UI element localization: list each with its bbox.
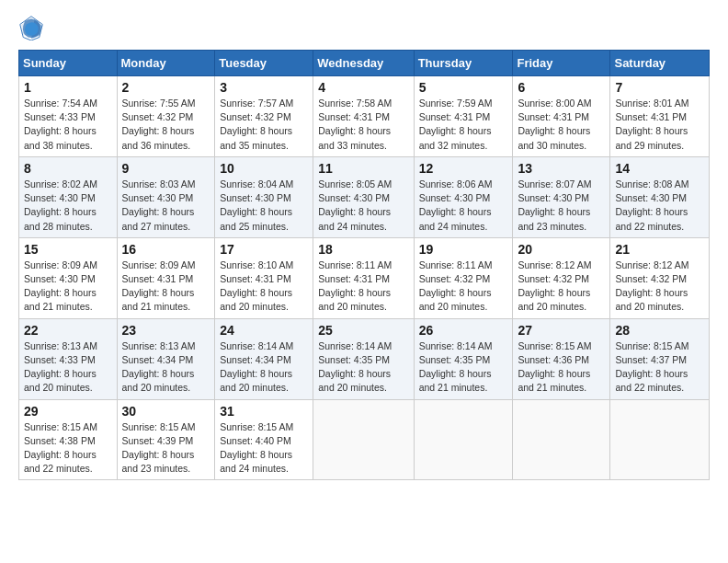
day-number: 17 [220, 242, 308, 257]
calendar-cell [313, 399, 414, 480]
calendar-cell [414, 399, 513, 480]
calendar-cell: 19Sunrise: 8:11 AM Sunset: 4:32 PM Dayli… [414, 237, 513, 318]
day-info: Sunrise: 8:14 AM Sunset: 4:35 PM Dayligh… [318, 339, 408, 396]
day-info: Sunrise: 8:00 AM Sunset: 4:31 PM Dayligh… [518, 97, 605, 153]
calendar-cell: 30Sunrise: 8:15 AM Sunset: 4:39 PM Dayli… [117, 399, 215, 480]
calendar-cell: 13Sunrise: 8:07 AM Sunset: 4:30 PM Dayli… [513, 156, 610, 237]
calendar-week-2: 8Sunrise: 8:02 AM Sunset: 4:30 PM Daylig… [19, 156, 710, 237]
day-info: Sunrise: 8:05 AM Sunset: 4:30 PM Dayligh… [318, 178, 408, 234]
day-info: Sunrise: 7:54 AM Sunset: 4:33 PM Dayligh… [24, 97, 112, 153]
calendar-cell: 27Sunrise: 8:15 AM Sunset: 4:36 PM Dayli… [513, 318, 610, 399]
day-number: 21 [615, 242, 704, 257]
day-info: Sunrise: 8:06 AM Sunset: 4:30 PM Dayligh… [419, 178, 508, 234]
day-number: 19 [419, 242, 508, 257]
day-number: 29 [24, 404, 112, 419]
day-info: Sunrise: 8:15 AM Sunset: 4:40 PM Dayligh… [220, 420, 308, 477]
day-number: 14 [615, 161, 704, 176]
day-info: Sunrise: 8:03 AM Sunset: 4:30 PM Dayligh… [122, 178, 210, 234]
calendar-cell: 21Sunrise: 8:12 AM Sunset: 4:32 PM Dayli… [610, 237, 710, 318]
calendar-cell: 22Sunrise: 8:13 AM Sunset: 4:33 PM Dayli… [19, 318, 118, 399]
day-info: Sunrise: 8:13 AM Sunset: 4:34 PM Dayligh… [122, 339, 210, 396]
day-number: 23 [122, 323, 210, 338]
calendar-week-3: 15Sunrise: 8:09 AM Sunset: 4:30 PM Dayli… [19, 237, 710, 318]
day-info: Sunrise: 8:12 AM Sunset: 4:32 PM Dayligh… [615, 259, 704, 315]
day-number: 30 [122, 404, 210, 419]
day-number: 25 [318, 323, 408, 338]
calendar-cell: 15Sunrise: 8:09 AM Sunset: 4:30 PM Dayli… [19, 237, 118, 318]
day-number: 1 [24, 80, 112, 95]
day-info: Sunrise: 8:15 AM Sunset: 4:38 PM Dayligh… [24, 420, 112, 477]
calendar-week-5: 29Sunrise: 8:15 AM Sunset: 4:38 PM Dayli… [19, 399, 710, 480]
calendar-cell: 8Sunrise: 8:02 AM Sunset: 4:30 PM Daylig… [19, 156, 118, 237]
day-info: Sunrise: 8:14 AM Sunset: 4:35 PM Dayligh… [419, 339, 508, 396]
day-number: 8 [24, 161, 112, 176]
day-number: 12 [419, 161, 508, 176]
day-info: Sunrise: 7:58 AM Sunset: 4:31 PM Dayligh… [318, 97, 408, 153]
calendar-cell: 31Sunrise: 8:15 AM Sunset: 4:40 PM Dayli… [215, 399, 313, 480]
day-number: 3 [220, 80, 308, 95]
day-number: 20 [518, 242, 605, 257]
calendar-cell: 11Sunrise: 8:05 AM Sunset: 4:30 PM Dayli… [313, 156, 414, 237]
day-number: 2 [122, 80, 210, 95]
calendar-cell: 29Sunrise: 8:15 AM Sunset: 4:38 PM Dayli… [19, 399, 118, 480]
day-number: 27 [518, 323, 605, 338]
day-number: 6 [518, 80, 605, 95]
day-info: Sunrise: 8:04 AM Sunset: 4:30 PM Dayligh… [220, 178, 308, 234]
calendar-cell: 4Sunrise: 7:58 AM Sunset: 4:31 PM Daylig… [313, 76, 414, 157]
calendar-cell: 26Sunrise: 8:14 AM Sunset: 4:35 PM Dayli… [414, 318, 513, 399]
day-info: Sunrise: 8:01 AM Sunset: 4:31 PM Dayligh… [615, 97, 704, 153]
calendar-cell: 28Sunrise: 8:15 AM Sunset: 4:37 PM Dayli… [610, 318, 710, 399]
calendar-header-row: SundayMondayTuesdayWednesdayThursdayFrid… [19, 51, 710, 76]
day-number: 16 [122, 242, 210, 257]
calendar-cell: 18Sunrise: 8:11 AM Sunset: 4:31 PM Dayli… [313, 237, 414, 318]
calendar-cell: 24Sunrise: 8:14 AM Sunset: 4:34 PM Dayli… [215, 318, 313, 399]
day-number: 31 [220, 404, 308, 419]
calendar-cell: 25Sunrise: 8:14 AM Sunset: 4:35 PM Dayli… [313, 318, 414, 399]
header-monday: Monday [117, 51, 215, 76]
day-info: Sunrise: 7:55 AM Sunset: 4:32 PM Dayligh… [122, 97, 210, 153]
day-number: 9 [122, 161, 210, 176]
day-info: Sunrise: 8:07 AM Sunset: 4:30 PM Dayligh… [518, 178, 605, 234]
calendar-cell: 16Sunrise: 8:09 AM Sunset: 4:31 PM Dayli… [117, 237, 215, 318]
logo [18, 15, 48, 40]
calendar-week-1: 1Sunrise: 7:54 AM Sunset: 4:33 PM Daylig… [19, 76, 710, 157]
calendar-cell: 20Sunrise: 8:12 AM Sunset: 4:32 PM Dayli… [513, 237, 610, 318]
calendar-cell: 1Sunrise: 7:54 AM Sunset: 4:33 PM Daylig… [19, 76, 118, 157]
logo-icon [18, 15, 44, 40]
day-number: 11 [318, 161, 408, 176]
header-thursday: Thursday [414, 51, 513, 76]
header-tuesday: Tuesday [215, 51, 313, 76]
day-info: Sunrise: 8:11 AM Sunset: 4:31 PM Dayligh… [318, 259, 408, 315]
day-number: 13 [518, 161, 605, 176]
day-info: Sunrise: 8:08 AM Sunset: 4:30 PM Dayligh… [615, 178, 704, 234]
header-wednesday: Wednesday [313, 51, 414, 76]
day-info: Sunrise: 8:15 AM Sunset: 4:39 PM Dayligh… [122, 420, 210, 477]
day-number: 10 [220, 161, 308, 176]
calendar-cell: 9Sunrise: 8:03 AM Sunset: 4:30 PM Daylig… [117, 156, 215, 237]
header-saturday: Saturday [610, 51, 710, 76]
day-info: Sunrise: 8:15 AM Sunset: 4:37 PM Dayligh… [615, 339, 704, 396]
day-info: Sunrise: 8:13 AM Sunset: 4:33 PM Dayligh… [24, 339, 112, 396]
day-number: 4 [318, 80, 408, 95]
day-number: 26 [419, 323, 508, 338]
day-info: Sunrise: 7:59 AM Sunset: 4:31 PM Dayligh… [419, 97, 508, 153]
day-info: Sunrise: 8:09 AM Sunset: 4:30 PM Dayligh… [24, 259, 112, 315]
calendar-cell: 23Sunrise: 8:13 AM Sunset: 4:34 PM Dayli… [117, 318, 215, 399]
header-sunday: Sunday [19, 51, 118, 76]
day-number: 22 [24, 323, 112, 338]
day-info: Sunrise: 8:15 AM Sunset: 4:36 PM Dayligh… [518, 339, 605, 396]
day-info: Sunrise: 8:09 AM Sunset: 4:31 PM Dayligh… [122, 259, 210, 315]
day-info: Sunrise: 7:57 AM Sunset: 4:32 PM Dayligh… [220, 97, 308, 153]
day-number: 18 [318, 242, 408, 257]
day-number: 7 [615, 80, 704, 95]
header-friday: Friday [513, 51, 610, 76]
day-number: 28 [615, 323, 704, 338]
calendar-cell: 17Sunrise: 8:10 AM Sunset: 4:31 PM Dayli… [215, 237, 313, 318]
day-info: Sunrise: 8:12 AM Sunset: 4:32 PM Dayligh… [518, 259, 605, 315]
day-number: 5 [419, 80, 508, 95]
calendar-cell: 6Sunrise: 8:00 AM Sunset: 4:31 PM Daylig… [513, 76, 610, 157]
calendar-cell: 7Sunrise: 8:01 AM Sunset: 4:31 PM Daylig… [610, 76, 710, 157]
page-header [18, 15, 710, 40]
calendar-cell [513, 399, 610, 480]
calendar: SundayMondayTuesdayWednesdayThursdayFrid… [18, 50, 710, 480]
